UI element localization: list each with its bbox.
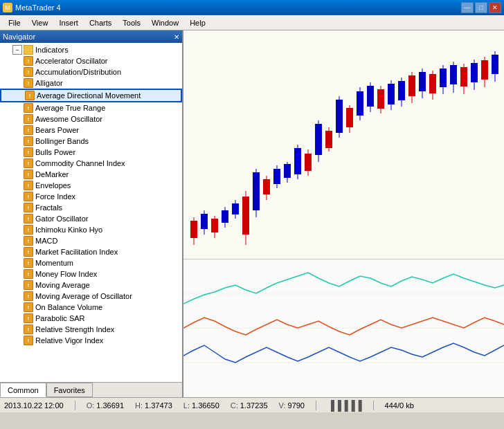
indicator-icon: f (24, 325, 33, 334)
selected-indicator-label: Average Directional Movement (37, 91, 141, 100)
tab-common[interactable]: Common (0, 383, 46, 397)
list-item[interactable]: f Market Facilitation Index (0, 246, 182, 257)
chart-svg (183, 30, 504, 397)
open-value: 1.36691 (96, 401, 124, 410)
indicator-icon: f (24, 280, 33, 290)
menu-help[interactable]: Help (184, 17, 211, 28)
list-item[interactable]: f Awesome Oscillator (0, 113, 182, 125)
list-item[interactable]: f MACD (0, 235, 182, 246)
list-item[interactable]: f Accelerator Oscillator (0, 55, 182, 66)
svg-rect-15 (222, 210, 228, 223)
menu-tools[interactable]: Tools (117, 17, 146, 28)
close-button[interactable]: ✕ (489, 2, 501, 13)
window-controls[interactable]: — □ ✕ (461, 2, 501, 13)
tree-root-label: Indicators (35, 46, 69, 54)
status-close: C: 1.37235 (231, 401, 268, 410)
indicator-icon: f (24, 158, 33, 168)
list-item[interactable]: f Moving Average (0, 280, 182, 291)
status-datetime: 2013.10.22 12:00 (4, 401, 64, 410)
indicator-icon: f (24, 336, 33, 345)
indicator-icon: f (24, 136, 33, 146)
status-bars-icon: ▐▐▐▐▐ (327, 400, 362, 411)
indicator-icon: f (24, 269, 33, 279)
expand-icon[interactable]: − (12, 45, 22, 55)
svg-rect-53 (419, 72, 426, 91)
svg-rect-39 (346, 108, 353, 127)
indicator-icon: f (24, 170, 33, 179)
open-label: O: (87, 401, 95, 410)
indicator-icon: f (24, 225, 33, 235)
svg-rect-47 (388, 84, 395, 104)
list-item[interactable]: f Moving Average of Oscillator (0, 291, 182, 302)
menu-window[interactable]: Window (146, 17, 184, 28)
close-label: C: (231, 401, 238, 410)
list-item[interactable]: f Force Index (0, 191, 182, 202)
svg-rect-7 (183, 30, 504, 259)
indicator-icon: f (24, 181, 33, 190)
status-low: L: 1.36650 (183, 401, 219, 410)
list-item[interactable]: f Relative Vigor Index (0, 335, 182, 346)
svg-rect-45 (377, 89, 384, 109)
indicator-icon: f (24, 78, 33, 88)
status-open: O: 1.36691 (87, 401, 124, 410)
list-item[interactable]: f Bears Power (0, 125, 182, 136)
navigator-close-button[interactable]: ✕ (174, 33, 179, 41)
list-item[interactable]: f Alligator (0, 77, 182, 89)
title-text: MetaTrader 4 (15, 3, 61, 12)
volume-label: V: (279, 401, 286, 410)
svg-rect-61 (460, 67, 467, 86)
svg-rect-63 (471, 63, 478, 82)
status-sep3 (373, 401, 374, 410)
close-value: 1.37235 (240, 401, 268, 410)
list-item[interactable]: f Bollinger Bands (0, 136, 182, 147)
minimize-button[interactable]: — (461, 2, 474, 13)
list-item[interactable]: f Envelopes (0, 180, 182, 191)
indicator-icon: f (24, 313, 33, 323)
list-item[interactable]: f Accumulation/Distribution (0, 66, 182, 77)
list-item[interactable]: f Commodity Channel Index (0, 158, 182, 169)
maximize-button[interactable]: □ (475, 2, 487, 13)
menu-file[interactable]: File (3, 17, 26, 28)
navigator-title: Navigator (3, 33, 35, 41)
list-item[interactable]: f Parabolic SAR (0, 313, 182, 324)
status-volume: V: 9790 (279, 401, 305, 410)
list-item[interactable]: f Bulls Power (0, 147, 182, 158)
indicator-icon: f (24, 291, 33, 301)
list-item[interactable]: f Money Flow Index (0, 268, 182, 280)
list-item[interactable]: f Ichimoku Kinko Hyo (0, 224, 182, 235)
menu-charts[interactable]: Charts (84, 17, 117, 28)
svg-rect-17 (232, 203, 239, 214)
list-item[interactable]: f DeMarker (0, 169, 182, 180)
tab-favorites[interactable]: Favorites (46, 383, 93, 397)
low-label: L: (183, 401, 190, 410)
tree-area[interactable]: − Indicators f Accelerator Oscillator f … (0, 43, 182, 382)
tree-indicators-root[interactable]: − Indicators (0, 44, 182, 55)
status-memory: 444/0 kb (385, 401, 414, 410)
svg-rect-49 (398, 81, 405, 100)
folder-icon (24, 45, 33, 55)
navigator-body: − Indicators f Accelerator Oscillator f … (0, 43, 182, 397)
svg-rect-21 (253, 172, 260, 210)
title-bar: M MetaTrader 4 — □ ✕ (0, 0, 504, 15)
svg-rect-13 (211, 219, 218, 232)
indicator-icon: f (25, 91, 35, 100)
navigator-title-bar: Navigator ✕ (0, 30, 182, 43)
indicator-icon: f (24, 147, 33, 157)
indicator-icon: f (24, 258, 33, 268)
list-item[interactable]: f Momentum (0, 257, 182, 268)
indicator-icon: f (24, 214, 33, 223)
list-item[interactable]: f On Balance Volume (0, 302, 182, 313)
list-item[interactable]: f Relative Strength Index (0, 324, 182, 335)
list-item[interactable]: f Average True Range (0, 102, 182, 113)
chart-area[interactable]: Double Click Average DirectionalMovement… (183, 30, 504, 397)
menu-view[interactable]: View (26, 17, 54, 28)
list-item-selected[interactable]: f Average Directional Movement (0, 89, 182, 102)
menu-insert[interactable]: Insert (53, 17, 84, 28)
svg-rect-55 (429, 74, 436, 93)
indicator-icon: f (24, 302, 33, 312)
svg-rect-57 (440, 69, 447, 87)
svg-rect-25 (273, 169, 280, 184)
list-item[interactable]: f Fractals (0, 202, 182, 213)
list-item[interactable]: f Gator Oscillator (0, 213, 182, 224)
svg-rect-33 (315, 124, 322, 155)
